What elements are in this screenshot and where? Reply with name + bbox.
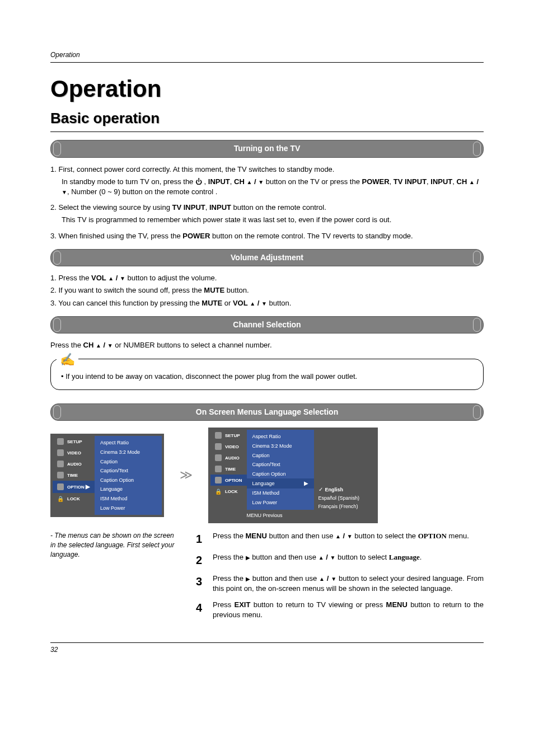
nav-time: TIME — [53, 469, 95, 481]
note-text: • If you intend to be away on vacation, … — [61, 372, 473, 382]
bold: / — [475, 177, 479, 186]
up-icon — [469, 177, 475, 186]
nav-label: VIDEO — [67, 450, 81, 456]
nav-label: TIME — [67, 472, 78, 478]
list-item: Caption — [95, 457, 162, 467]
bold: TV INPUT — [172, 203, 205, 212]
transition-arrow-icon: ≫ — [180, 467, 193, 484]
steps-column: 1 Press the MENU button and then use / b… — [196, 531, 484, 626]
text: menu. — [447, 532, 469, 540]
text: button. — [224, 286, 249, 294]
step-num: 2 — [196, 552, 206, 568]
down-icon — [258, 177, 264, 186]
foot-prev: Previous — [263, 513, 283, 518]
bold: INPUT — [209, 203, 231, 212]
osd-illustration-row: SETUP VIDEO AUDIO TIME OPTION LOCK Aspec… — [50, 428, 484, 523]
nav-audio: AUDIO — [53, 458, 95, 469]
step-text: Press the button and then use / button t… — [213, 574, 484, 594]
text: 2. If you want to switch the sound off, … — [50, 286, 204, 294]
text: or NUMBER buttons to select a channel nu… — [113, 341, 272, 349]
section-title: Basic operation — [50, 108, 484, 132]
step-num: 4 — [196, 600, 206, 620]
text: 3. When finished using the TV, press the — [50, 232, 182, 240]
step-num: 3 — [196, 574, 206, 594]
bold-serif: OPTION — [418, 532, 447, 540]
text: Press — [213, 600, 235, 609]
down-icon — [107, 341, 113, 349]
osd-option-list: Aspect Ratio Cinema 3:2 Mode Caption Cap… — [247, 430, 314, 509]
heading-osd-lang: On Screen Menus Language Selection — [50, 403, 484, 421]
list-item: Caption Option — [247, 469, 314, 479]
setup-icon — [215, 432, 222, 439]
nav-label: LOCK — [225, 489, 238, 495]
check-icon — [318, 487, 325, 492]
list-item: Low Power — [247, 498, 314, 508]
volume-step1: 1. Press the VOL / button to adjust the … — [50, 273, 484, 283]
right-icon — [304, 480, 308, 487]
language-submenu: English Español (Spanish) Français (Fren… — [314, 430, 376, 521]
time-icon — [215, 466, 222, 472]
bold: POWER — [182, 232, 210, 240]
up-icon — [246, 177, 252, 186]
osd-footer: MENU Previous — [247, 510, 314, 522]
list-item: Caption/Text — [247, 460, 314, 469]
list-item: Caption/Text — [95, 466, 162, 476]
text: button to adjust the volume. — [125, 274, 217, 282]
up-icon — [108, 274, 114, 282]
step-1: 1 Press the MENU button and then use / b… — [196, 531, 484, 547]
text: , — [204, 177, 208, 186]
text: Press the — [213, 532, 246, 540]
text: button and then use — [250, 553, 318, 561]
list-item: Aspect Ratio — [247, 432, 314, 442]
step-2: 2 Press the button and then use / button… — [196, 552, 484, 568]
text: English — [325, 487, 344, 492]
step-text: Press EXIT button to return to TV viewin… — [213, 600, 484, 620]
step-4: 4 Press EXIT button to return to TV view… — [196, 600, 484, 620]
bold: / — [114, 274, 120, 282]
heading-volume: Volume Adjustment — [50, 249, 484, 267]
nav-video: VIDEO — [210, 441, 247, 452]
bold: / — [325, 574, 331, 583]
right-icon — [86, 485, 90, 490]
nav-label: AUDIO — [67, 461, 82, 467]
channel-block: Press the CH / or NUMBER buttons to sele… — [50, 340, 484, 350]
text: , — [390, 177, 394, 186]
bold: MUTE — [204, 286, 224, 294]
heading-turn-on: Turning on the TV — [50, 140, 484, 158]
page-number: 32 — [50, 642, 484, 655]
bold: / — [324, 553, 330, 561]
text: Press the — [50, 341, 83, 349]
osd-panel-left: SETUP VIDEO AUDIO TIME OPTION LOCK Aspec… — [50, 434, 164, 517]
list-item: Aspect Ratio — [95, 438, 162, 448]
text: 3. You can cancel this function by press… — [50, 299, 202, 307]
heading-channel: Channel Selection — [50, 316, 484, 334]
list-item: Caption Option — [95, 476, 162, 485]
option-icon — [215, 477, 222, 483]
list-item-language: Language — [247, 478, 314, 489]
nav-time: TIME — [210, 463, 247, 475]
lang-english: English — [318, 486, 371, 494]
text: button and then use — [250, 574, 319, 583]
text: button on the remote control. — [231, 203, 326, 212]
text: button to return to TV viewing or press — [250, 600, 386, 609]
foot-menu: MENU — [247, 513, 262, 518]
turn-on-block: 1. First, connect power cord correctly. … — [50, 165, 484, 241]
nav-label: AUDIO — [225, 455, 240, 461]
osd-panel-right: SETUP VIDEO AUDIO TIME OPTION LOCK Aspec… — [208, 428, 378, 523]
nav-video: VIDEO — [53, 447, 95, 458]
up-icon — [319, 574, 325, 583]
text: Language — [252, 480, 275, 487]
down-icon — [120, 274, 125, 282]
osd-nav: SETUP VIDEO AUDIO TIME OPTION LOCK — [53, 436, 95, 515]
bold: INPUT — [208, 177, 230, 186]
step-num: 1 — [196, 531, 206, 547]
nav-option: OPTION — [53, 481, 95, 493]
text: button and then use — [267, 532, 335, 540]
step-text: Press the MENU button and then use / but… — [213, 531, 469, 547]
nav-lock: LOCK — [210, 486, 247, 497]
nav-lock: LOCK — [53, 493, 95, 504]
down-icon — [330, 553, 335, 561]
list-item: Low Power — [95, 504, 162, 513]
text: 2. Select the viewing source by using — [50, 203, 172, 212]
nav-label: SETUP — [67, 439, 82, 445]
